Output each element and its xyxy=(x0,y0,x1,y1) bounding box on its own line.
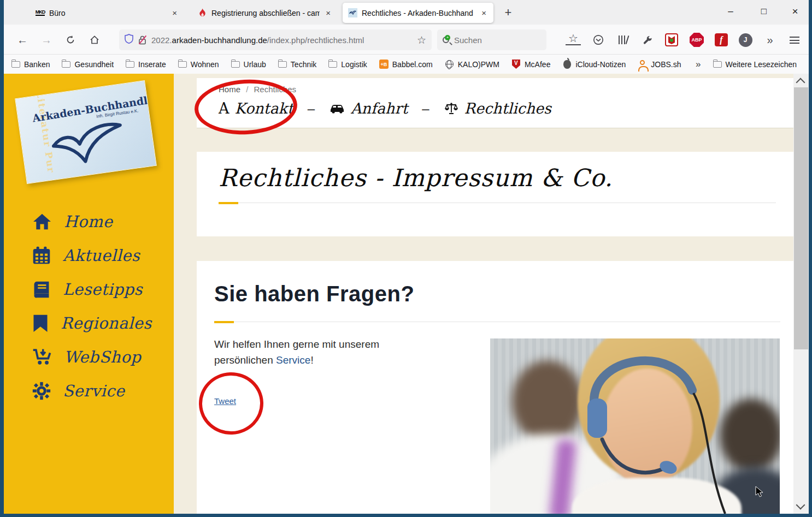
page-title: Rechtliches - Impressum & Co. xyxy=(219,164,613,192)
mkd-logo-icon: MKD xyxy=(36,8,45,17)
bookmark-jobs-sh[interactable]: JOBS.sh xyxy=(638,60,681,69)
library-icon[interactable] xyxy=(616,32,631,47)
url-text: 2022.arkaden-buchhandlung.de/index.php/r… xyxy=(151,35,412,45)
search-add-icon: + xyxy=(445,35,450,40)
navigation-toolbar: ← → 2022.arkaden-buchhandlung.de/index.p… xyxy=(4,25,809,55)
flame-icon xyxy=(198,8,207,17)
tab-title: Registrierung abschließen - cam xyxy=(211,9,320,17)
breadcrumb-nav-card: Home / Rechtliches A Kontakt – Anfahrt –… xyxy=(197,78,793,128)
forward-button[interactable]: → xyxy=(38,31,55,49)
profile-avatar[interactable]: J xyxy=(738,32,753,47)
bookmark-folder-logistik[interactable]: Logistik xyxy=(328,60,367,69)
vertical-scrollbar[interactable] xyxy=(793,74,809,514)
red-annotation-circle-tweet xyxy=(198,371,264,436)
bookmark-icon xyxy=(32,314,49,332)
reload-button[interactable] xyxy=(62,31,79,49)
tab-registrierung[interactable]: Registrierung abschließen - cam × xyxy=(192,3,338,23)
title-bar: MKD Büro × Registrierung abschließen - c… xyxy=(4,0,809,25)
bookmark-folder-urlaub[interactable]: Urlaub xyxy=(231,60,266,69)
browser-window: MKD Büro × Registrierung abschließen - c… xyxy=(0,0,812,517)
logo-title: Arkaden-Buchhandlung xyxy=(32,91,157,124)
scroll-down-arrow-icon[interactable] xyxy=(796,501,805,510)
tracking-protection-shield-icon[interactable] xyxy=(125,34,133,46)
service-link[interactable]: Service xyxy=(276,354,310,366)
sidebar-item-webshop[interactable]: WebShop xyxy=(4,340,174,374)
book-icon xyxy=(32,281,51,298)
site-sidebar: Literatur Pur Arkaden-Buchhandlung Inh. … xyxy=(4,74,174,514)
bookmark-folder-banken[interactable]: Banken xyxy=(11,60,50,69)
new-tab-button[interactable]: + xyxy=(500,5,516,20)
title-accent-bar xyxy=(219,202,238,204)
sidebar-item-lesetipps[interactable]: Lesetipps xyxy=(4,272,174,306)
scroll-up-arrow-icon[interactable] xyxy=(796,78,805,87)
section-paragraph: Wir helfen Ihnen gerne mit unserem persö… xyxy=(214,336,433,369)
subnav-rechtliches-link[interactable]: Rechtliches xyxy=(444,100,551,117)
url-bar[interactable]: 2022.arkaden-buchhandlung.de/index.php/r… xyxy=(119,29,432,50)
sidebar-item-service[interactable]: Service xyxy=(4,374,174,408)
sidebar-item-regionales[interactable]: Regionales xyxy=(4,306,174,340)
folder-icon xyxy=(713,61,722,68)
bookmark-kalopwm[interactable]: KALO)PWM xyxy=(445,60,499,69)
folder-icon xyxy=(178,61,187,68)
customer-service-photo xyxy=(490,338,780,514)
back-button[interactable]: ← xyxy=(14,31,31,49)
bookmarks-overflow-icon[interactable]: » xyxy=(696,59,701,70)
bookmark-folder-wohnen[interactable]: Wohnen xyxy=(178,60,219,69)
bookmarks-menu-icon[interactable]: ☆ xyxy=(566,32,581,45)
window-border-left xyxy=(0,0,4,517)
bookmark-folder-gesundheit[interactable]: Gesundheit xyxy=(62,60,114,69)
subnav-separator: – xyxy=(308,101,315,116)
arkaden-favicon-icon xyxy=(348,8,357,17)
mcafee-webadvisor-icon[interactable] xyxy=(664,32,679,47)
bookmark-star-icon[interactable]: ☆ xyxy=(417,34,426,46)
menu-hamburger-icon[interactable] xyxy=(787,32,802,47)
pocket-icon[interactable] xyxy=(591,32,606,47)
section-heading: Sie haben Fragen? xyxy=(214,282,414,306)
babbel-icon: +B xyxy=(379,60,389,69)
calendar-icon xyxy=(32,246,51,265)
questions-section-card: Sie haben Fragen? Wir helfen Ihnen gerne… xyxy=(197,261,793,514)
subnav-anfahrt-link[interactable]: Anfahrt xyxy=(329,100,408,117)
window-border-right xyxy=(809,0,812,517)
overflow-chevron-icon[interactable]: » xyxy=(762,32,778,47)
sidebar-item-home[interactable]: Home xyxy=(4,205,174,239)
logo-book-swoosh-icon xyxy=(44,118,131,171)
bookmarks-bar: Banken Gesundheit Inserate Wohnen Urlaub… xyxy=(4,55,809,74)
bookmark-icloud-notizen[interactable]: iCloud-Notizen xyxy=(562,60,626,69)
house-icon xyxy=(32,213,52,230)
flash-plugin-icon[interactable]: f xyxy=(714,32,729,47)
tab-close-icon[interactable]: × xyxy=(480,8,488,17)
bookmark-folder-technik[interactable]: Technik xyxy=(278,60,316,69)
home-button[interactable] xyxy=(86,31,103,49)
page-content: Home / Rechtliches A Kontakt – Anfahrt –… xyxy=(174,74,793,514)
section-divider-line xyxy=(234,322,780,322)
tab-rechtliches-active[interactable]: Rechtliches - Arkaden-Buchhand × xyxy=(343,3,493,23)
search-input[interactable] xyxy=(454,35,520,45)
sidebar-nav: Home Aktuelles Lesetipps Regionales WebS… xyxy=(4,205,174,408)
bookmark-more-folder[interactable]: Weitere Lesezeichen xyxy=(713,60,797,69)
bookmark-mcafee[interactable]: McAfee xyxy=(511,60,550,69)
page-title-card: Rechtliches - Impressum & Co. xyxy=(197,152,793,236)
scrollbar-thumb[interactable] xyxy=(794,87,808,349)
wrench-icon[interactable] xyxy=(640,32,655,47)
close-window-button[interactable]: × xyxy=(782,0,808,23)
adblock-plus-icon[interactable]: ABP xyxy=(689,32,704,47)
minimize-button[interactable]: – xyxy=(718,0,743,23)
search-box[interactable]: + xyxy=(437,29,546,50)
bookmark-babbel[interactable]: +BBabbel.com xyxy=(379,60,433,69)
sidebar-item-aktuelles[interactable]: Aktuelles xyxy=(4,239,174,272)
folder-icon xyxy=(11,61,20,68)
tab-buero[interactable]: MKD Büro × xyxy=(30,3,184,23)
title-divider-line xyxy=(238,203,776,203)
gear-icon xyxy=(32,382,51,400)
search-icon: + xyxy=(443,37,449,43)
insecure-lock-icon[interactable] xyxy=(138,35,146,45)
section-accent-bar xyxy=(214,321,234,323)
mcafee-shield-icon xyxy=(511,60,521,69)
tab-close-icon[interactable]: × xyxy=(324,8,332,17)
subnav-separator: – xyxy=(422,101,429,116)
bookmark-folder-inserate[interactable]: Inserate xyxy=(126,60,166,69)
tab-close-icon[interactable]: × xyxy=(170,8,179,17)
maximize-button[interactable]: □ xyxy=(751,0,776,23)
car-icon xyxy=(329,103,345,114)
